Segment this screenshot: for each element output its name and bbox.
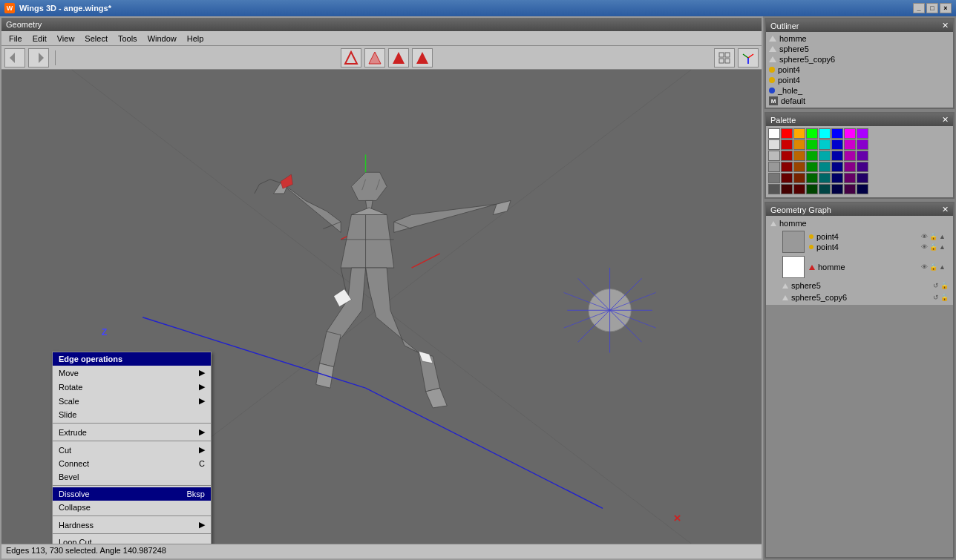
graph-row-homme[interactable]: homme <box>767 217 952 229</box>
graph-lock-icon-2[interactable]: 🔒 <box>929 243 937 251</box>
swatch-m5[interactable] <box>844 173 856 183</box>
menu-item-move[interactable]: Move ▶ <box>53 366 211 380</box>
swatch-b6[interactable] <box>831 184 843 194</box>
outliner-item-sphere5-copy6[interactable]: sphere5_copy6 <box>766 54 953 65</box>
swatch-g6[interactable] <box>806 184 818 194</box>
swatch-b5[interactable] <box>831 173 843 183</box>
graph-lock-icon-1[interactable]: 🔒 <box>929 233 937 240</box>
swatch-r6[interactable] <box>781 184 793 194</box>
maximize-button[interactable]: □ <box>926 3 938 13</box>
menu-tools[interactable]: Tools <box>114 33 142 44</box>
menu-item-rotate[interactable]: Rotate ▶ <box>53 380 211 394</box>
geometry-graph-close-button[interactable]: ✕ <box>942 205 949 214</box>
outliner-item-homme[interactable]: homme <box>766 33 953 44</box>
graph-up-icon-2[interactable]: ▲ <box>939 243 946 251</box>
swatch-m6[interactable] <box>844 184 856 194</box>
swatch-o5[interactable] <box>793 173 805 183</box>
menu-window[interactable]: Window <box>143 33 181 44</box>
menu-item-dissolve[interactable]: Dissolve Bksp <box>53 487 211 501</box>
graph-up-icon-homme[interactable]: ▲ <box>939 263 946 271</box>
menu-item-cut[interactable]: Cut ▶ <box>53 443 211 457</box>
menu-item-extrude[interactable]: Extrude ▶ <box>53 425 211 439</box>
swatch-cyan[interactable] <box>819 128 831 139</box>
swatch-r4[interactable] <box>781 162 793 172</box>
graph-eye-icon-homme[interactable]: 👁 <box>921 263 928 271</box>
toolbar-grid[interactable] <box>714 48 735 67</box>
outliner-item-default[interactable]: M default <box>766 96 953 106</box>
graph-eye-icon-2[interactable]: 👁 <box>921 243 928 251</box>
swatch-b3[interactable] <box>831 151 843 161</box>
menu-item-bevel[interactable]: Bevel <box>53 470 211 484</box>
graph-item-point4-1[interactable]: point4 👁 🔒 ▲ <box>806 231 949 242</box>
swatch-purple[interactable] <box>857 128 868 139</box>
swatch-c5[interactable] <box>819 173 831 183</box>
toolbar-view-solid[interactable] <box>388 48 409 67</box>
swatch-darkcyan[interactable] <box>819 139 831 150</box>
graph-item-sphere5[interactable]: sphere5 ↺ 🔒 <box>767 280 952 291</box>
menu-item-collapse[interactable]: Collapse <box>53 501 211 514</box>
swatch-lightgray[interactable] <box>768 139 780 150</box>
swatch-c3[interactable] <box>819 151 831 161</box>
graph-item-homme-child[interactable]: homme 👁 🔒 ▲ <box>806 262 949 272</box>
swatch-p6[interactable] <box>857 184 868 194</box>
graph-lock-icon-homme[interactable]: 🔒 <box>929 263 937 271</box>
graph-lock-icon-sphere5-copy6[interactable]: 🔒 <box>940 294 949 301</box>
swatch-orange[interactable] <box>793 128 805 139</box>
graph-refresh-icon-sphere5[interactable]: ↺ <box>933 282 939 289</box>
graph-lock-icon-sphere5[interactable]: 🔒 <box>940 282 949 289</box>
toolbar-view-4[interactable] <box>412 48 433 67</box>
swatch-o6[interactable] <box>793 184 805 194</box>
window-controls[interactable]: _ □ × <box>913 3 952 13</box>
swatch-gray4[interactable] <box>768 184 780 194</box>
viewport[interactable]: × Z Edge operations Move ▶ <box>1 70 762 544</box>
swatch-b4[interactable] <box>831 162 843 172</box>
outliner-close-button[interactable]: ✕ <box>942 21 949 30</box>
swatch-r3[interactable] <box>781 151 793 161</box>
graph-refresh-icon-sphere5-copy6[interactable]: ↺ <box>933 294 939 301</box>
swatch-m3[interactable] <box>844 151 856 161</box>
graph-up-icon-1[interactable]: ▲ <box>939 233 946 240</box>
swatch-c4[interactable] <box>819 162 831 172</box>
menu-item-scale[interactable]: Scale ▶ <box>53 394 211 408</box>
minimize-button[interactable]: _ <box>913 3 925 13</box>
swatch-c6[interactable] <box>819 184 831 194</box>
swatch-p5[interactable] <box>857 173 868 183</box>
outliner-item-hole[interactable]: _hole_ <box>766 85 953 96</box>
swatch-darkred[interactable] <box>781 139 793 150</box>
menu-item-slide[interactable]: Slide <box>53 408 211 421</box>
swatch-darkpurple[interactable] <box>857 139 868 150</box>
menu-view[interactable]: View <box>53 33 79 44</box>
toolbar-axes[interactable] <box>738 48 759 67</box>
graph-eye-icon-1[interactable]: 👁 <box>921 233 928 240</box>
menu-item-hardness[interactable]: Hardness ▶ <box>53 518 211 532</box>
menu-item-connect[interactable]: Connect C <box>53 457 211 470</box>
menu-edit[interactable]: Edit <box>28 33 51 44</box>
swatch-gray2[interactable] <box>768 162 780 172</box>
swatch-magenta[interactable] <box>844 128 856 139</box>
toolbar-view-wire[interactable] <box>341 48 361 67</box>
outliner-item-point4-2[interactable]: point4 <box>766 75 953 85</box>
swatch-r5[interactable] <box>781 173 793 183</box>
graph-item-point4-2[interactable]: point4 👁 🔒 ▲ <box>806 242 949 252</box>
swatch-darkmagenta[interactable] <box>844 139 856 150</box>
swatch-g4[interactable] <box>806 162 818 172</box>
palette-close-button[interactable]: ✕ <box>942 115 949 125</box>
swatch-red[interactable] <box>781 128 793 139</box>
swatch-blue[interactable] <box>831 128 843 139</box>
swatch-o4[interactable] <box>793 162 805 172</box>
menu-help[interactable]: Help <box>183 33 209 44</box>
toolbar-view-smooth[interactable] <box>364 48 385 67</box>
toolbar-undo[interactable] <box>4 48 25 67</box>
swatch-green[interactable] <box>806 128 818 139</box>
outliner-item-sphere5[interactable]: sphere5 <box>766 44 953 54</box>
graph-item-sphere5-copy6[interactable]: sphere5_copy6 ↺ 🔒 <box>767 291 952 303</box>
swatch-p4[interactable] <box>857 162 868 172</box>
swatch-gray3[interactable] <box>768 173 780 183</box>
swatch-white[interactable] <box>768 128 780 139</box>
swatch-o3[interactable] <box>793 151 805 161</box>
menu-file[interactable]: File <box>4 33 27 44</box>
toolbar-redo[interactable] <box>28 48 49 67</box>
close-button[interactable]: × <box>940 3 952 13</box>
swatch-g5[interactable] <box>806 173 818 183</box>
swatch-g3[interactable] <box>806 151 818 161</box>
